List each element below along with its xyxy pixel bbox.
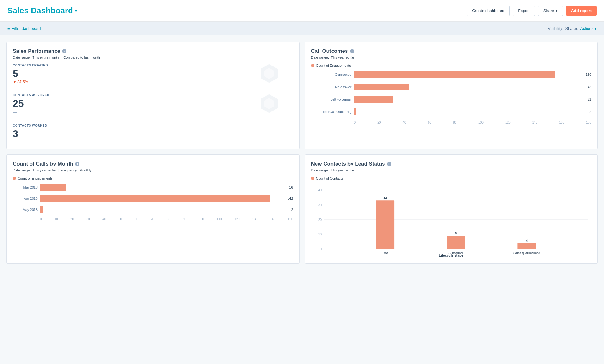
filter-bar: ≡ Filter dashboard Visibility: Shared Ac… <box>0 22 604 35</box>
call-outcomes-title: Call Outcomes i <box>311 48 592 54</box>
contacts-assigned-section: CONTACTS ASSIGNED 25 — <box>13 93 293 115</box>
sales-performance-info-icon[interactable]: i <box>62 49 66 53</box>
axis-label: 110 <box>217 217 222 221</box>
hbar-fill <box>40 184 66 191</box>
header: Sales Dashboard ▾ Create dashboard Expor… <box>0 0 604 22</box>
hbar-track <box>40 184 285 191</box>
sales-performance-date-range: Date range: This entire month | Compared… <box>13 56 293 59</box>
visibility-value: Shared <box>565 26 578 31</box>
filter-dashboard-button[interactable]: ≡ Filter dashboard <box>7 26 41 31</box>
axis-label: 20 <box>70 217 74 221</box>
axis-label: 60 <box>135 217 138 221</box>
svg-text:20: 20 <box>318 218 322 221</box>
visibility-label: Visibility: <box>548 26 563 31</box>
hbar-value: 159 <box>586 73 591 76</box>
hbar-track <box>354 71 581 78</box>
axis-label: 0 <box>354 121 356 124</box>
axis-label: 80 <box>453 121 456 124</box>
new-contacts-chart: 40302010033Lead9Subscriber4Sales qualifi… <box>311 184 592 252</box>
title-chevron-icon[interactable]: ▾ <box>75 8 77 14</box>
share-button[interactable]: Share ▾ <box>538 6 563 16</box>
sales-performance-card: Sales Performance i Date range: This ent… <box>6 42 300 149</box>
header-actions: Create dashboard Export Share ▾ Add repo… <box>467 6 597 16</box>
legend-dot <box>311 64 314 67</box>
contacts-created-label: CONTACTS CREATED <box>13 64 293 67</box>
export-button[interactable]: Export <box>513 6 535 16</box>
create-dashboard-button[interactable]: Create dashboard <box>467 6 510 16</box>
sales-performance-content: CONTACTS CREATED 5 ▼ 87.5% CONTACTS ASSI… <box>13 64 293 140</box>
new-contacts-card: New Contacts by Lead Status i Date range… <box>305 154 598 264</box>
count-of-calls-info-icon[interactable]: i <box>75 162 79 166</box>
legend-dot-3 <box>311 177 314 180</box>
new-contacts-info-icon[interactable]: i <box>387 162 391 166</box>
svg-text:Lead: Lead <box>382 251 388 255</box>
header-left: Sales Dashboard ▾ <box>7 6 77 16</box>
count-calls-bar-row: Apr 2018 142 <box>13 195 293 202</box>
axis-label: 0 <box>40 217 42 221</box>
hbar-label: May 2018 <box>13 208 38 212</box>
axis-label: 90 <box>183 217 186 221</box>
filter-icon: ≡ <box>7 26 10 31</box>
hbar-fill <box>354 84 409 90</box>
hbar-value: 2 <box>291 208 293 212</box>
axis-label: 160 <box>559 121 565 124</box>
call-outcomes-date-range: Date range: This year so far <box>311 56 592 59</box>
hbar-value: 16 <box>289 185 293 189</box>
call-outcomes-axis: 020406080100120140160180 <box>354 121 592 124</box>
add-report-button[interactable]: Add report <box>566 6 597 16</box>
svg-text:30: 30 <box>318 203 322 207</box>
svg-text:4: 4 <box>526 239 528 243</box>
count-of-calls-bars: Mar 2018 16 Apr 2018 142 May 2018 2 <box>13 184 293 213</box>
hbar-label: Mar 2018 <box>13 185 38 189</box>
hbar-fill <box>40 195 270 202</box>
new-contacts-legend: Count of Contacts <box>311 176 592 180</box>
count-of-calls-card: Count of Calls by Month i Date range: Th… <box>6 154 300 264</box>
axis-label: 130 <box>252 217 257 221</box>
axis-label: 120 <box>505 121 511 124</box>
call-outcomes-info-icon[interactable]: i <box>350 49 354 53</box>
count-of-calls-title: Count of Calls by Month i <box>13 161 293 167</box>
hbar-fill <box>354 71 555 78</box>
hbar-label: Left voicemail <box>311 98 352 101</box>
axis-label: 60 <box>428 121 431 124</box>
axis-label: 140 <box>532 121 538 124</box>
svg-text:Subscriber: Subscriber <box>448 251 463 255</box>
hbar-label: Apr 2018 <box>13 197 38 200</box>
hbar-value: 43 <box>588 85 591 89</box>
hbar-fill <box>354 96 393 103</box>
hbar-track <box>354 96 583 103</box>
svg-text:0: 0 <box>320 248 322 251</box>
hbar-track <box>354 108 585 115</box>
watermark-1 <box>261 64 278 84</box>
contacts-created-value: 5 <box>13 68 293 79</box>
axis-label: 80 <box>167 217 170 221</box>
count-of-calls-date-range: Date range: This year so far | Frequency… <box>13 168 293 172</box>
hbar-value: 142 <box>287 197 293 200</box>
axis-label: 40 <box>402 121 406 124</box>
new-contacts-date-range: Date range: This year so far <box>311 168 592 172</box>
contacts-worked-value: 3 <box>13 129 293 139</box>
axis-label: 100 <box>199 217 204 221</box>
axis-label: 50 <box>119 217 122 221</box>
axis-label: 100 <box>478 121 484 124</box>
contacts-assigned-label: CONTACTS ASSIGNED <box>13 93 293 97</box>
call-outcomes-bars: Connected 159 No answer 43 Left voicemai… <box>311 71 592 115</box>
count-of-calls-axis: 0102030405060708090100110120130140150 <box>40 217 293 221</box>
axis-label: 70 <box>151 217 154 221</box>
axis-label: 150 <box>288 217 293 221</box>
contacts-created-section: CONTACTS CREATED 5 ▼ 87.5% <box>13 64 293 84</box>
hbar-label: (No Call Outcome) <box>311 110 352 114</box>
page-title: Sales Dashboard <box>7 6 73 16</box>
call-outcomes-chart: Connected 159 No answer 43 Left voicemai… <box>311 71 592 124</box>
contacts-worked-section: CONTACTS WORKED 3 <box>13 124 293 139</box>
hbar-fill <box>40 206 43 213</box>
contacts-created-change: ▼ 87.5% <box>13 80 293 84</box>
watermark-2 <box>261 94 278 114</box>
call-outcomes-bar-row: Left voicemail 31 <box>311 96 592 103</box>
filter-label: Filter dashboard <box>12 26 41 31</box>
svg-text:10: 10 <box>318 233 322 236</box>
actions-link[interactable]: Actions ▾ <box>580 26 597 31</box>
svg-text:Sales qualified lead: Sales qualified lead <box>513 251 540 255</box>
hbar-fill <box>354 108 356 115</box>
axis-label: 180 <box>586 121 591 124</box>
